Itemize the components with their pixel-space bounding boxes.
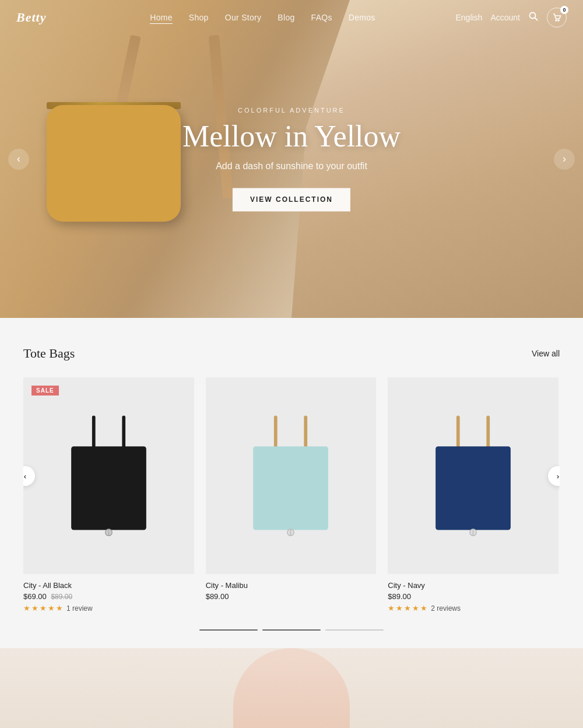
nav-home[interactable]: Home	[150, 13, 173, 24]
account-link[interactable]: Account	[490, 13, 520, 22]
review-count-1: 1 review	[66, 604, 93, 612]
hero-prev-button[interactable]: ‹	[8, 149, 29, 170]
hero-title: Mellow in Yellow	[182, 120, 401, 153]
product-sale-price-1: $69.00	[23, 592, 47, 601]
svg-point-3	[558, 20, 559, 21]
nav-blog[interactable]: Blog	[278, 13, 294, 22]
products-header: Tote Bags View all	[23, 346, 560, 361]
progress-bar-3	[325, 629, 384, 631]
product-card-2[interactable]: City - Malibu $89.00	[206, 377, 377, 613]
product-sale-price-2: $89.00	[206, 592, 229, 601]
product-price-2: $89.00	[206, 592, 377, 601]
product-stars-1: ★ ★ ★ ★ ★ 1 review	[23, 604, 194, 613]
hero-content: COLORFUL ADVENTURE Mellow in Yellow Add …	[182, 107, 401, 211]
hero-subtitle: COLORFUL ADVENTURE	[182, 107, 401, 114]
cart-count: 0	[560, 6, 568, 14]
star-4: ★	[48, 604, 55, 613]
nav-demos[interactable]: Demos	[349, 13, 375, 22]
product-name-3: City - Navy	[388, 581, 559, 590]
star-3-3: ★	[404, 604, 411, 613]
review-count-3: 2 reviews	[431, 604, 461, 612]
star-3-5: ★	[420, 604, 427, 613]
hero-cta-button[interactable]: VIEW COLLECTION	[233, 188, 350, 211]
products-grid: SALE	[23, 377, 560, 613]
view-all-link[interactable]: View all	[532, 349, 560, 358]
star-3-4: ★	[412, 604, 419, 613]
hero-description: Add a dash of sunshine to your outfit	[182, 161, 401, 172]
product-image-2	[206, 377, 377, 574]
star-2: ★	[31, 604, 38, 613]
product-img-inner-2	[206, 377, 377, 574]
star-3-2: ★	[396, 604, 403, 613]
nav-right: English Account 0	[455, 8, 567, 27]
product-name-2: City - Malibu	[206, 581, 377, 590]
search-icon[interactable]	[528, 11, 539, 24]
product-image-3	[388, 377, 559, 574]
svg-line-1	[535, 18, 538, 20]
hero-section: ‹ › COLORFUL ADVENTURE Mellow in Yellow …	[0, 0, 583, 318]
cart-button[interactable]: 0	[547, 8, 567, 27]
product-stars-3: ★ ★ ★ ★ ★ 2 reviews	[388, 604, 559, 613]
products-section: Tote Bags View all ‹ SALE	[0, 318, 583, 648]
nav-faqs[interactable]: FAQs	[311, 13, 332, 22]
product-image-1: SALE	[23, 377, 194, 574]
product-card-1[interactable]: SALE	[23, 377, 194, 613]
products-carousel: ‹ SALE	[23, 377, 560, 613]
svg-point-0	[530, 12, 536, 18]
language-selector[interactable]: English	[455, 13, 482, 22]
nav-our-story[interactable]: Our Story	[225, 13, 262, 22]
svg-rect-16	[436, 446, 511, 530]
nav-shop[interactable]: Shop	[189, 13, 209, 22]
nav-links: Home Shop Our Story Blog FAQs Demos	[69, 12, 455, 23]
sale-badge-1: SALE	[31, 386, 59, 396]
product-price-1: $69.00 $89.00	[23, 592, 194, 601]
svg-rect-6	[71, 446, 146, 530]
hero-next-button[interactable]: ›	[554, 149, 575, 170]
site-logo[interactable]: Betty	[16, 10, 46, 25]
svg-point-2	[556, 20, 557, 21]
bottom-section	[0, 648, 583, 728]
bottom-figure-decoration	[233, 648, 350, 728]
product-name-1: City - All Black	[23, 581, 194, 590]
product-sale-price-3: $89.00	[388, 592, 411, 601]
navigation: Betty Home Shop Our Story Blog FAQs Demo…	[0, 0, 583, 35]
progress-bar-1	[199, 629, 258, 631]
product-img-inner-3	[388, 377, 559, 574]
product-card-3[interactable]: City - Navy $89.00 ★ ★ ★ ★ ★ 2 reviews	[388, 377, 559, 613]
star-3-1: ★	[388, 604, 395, 613]
star-3: ★	[40, 604, 47, 613]
product-price-3: $89.00	[388, 592, 559, 601]
star-1: ★	[23, 604, 30, 613]
products-title: Tote Bags	[23, 346, 75, 361]
star-5: ★	[56, 604, 63, 613]
bag-body	[47, 105, 181, 222]
product-img-inner-1	[23, 377, 194, 574]
carousel-progress	[23, 629, 560, 631]
progress-bar-2	[262, 629, 321, 631]
product-original-price-1: $89.00	[51, 593, 72, 601]
svg-rect-11	[254, 446, 329, 530]
